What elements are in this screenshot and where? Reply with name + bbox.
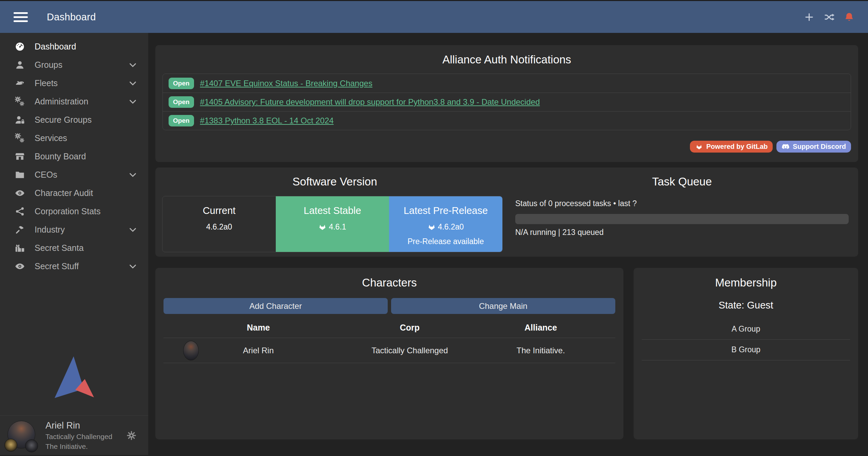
chevron-down-icon xyxy=(128,170,137,179)
list-item: Open #1407 EVE Equinox Status - Breaking… xyxy=(163,74,851,93)
sidebar-item-label: Corporation Stats xyxy=(35,206,137,216)
notification-link[interactable]: #1405 Advisory: Future development will … xyxy=(200,97,540,107)
column-header-alliance: Alliance xyxy=(466,323,615,333)
character-corp: Tactically Challenged xyxy=(353,346,466,355)
notification-link[interactable]: #1383 Python 3.8 EOL - 14 Oct 2024 xyxy=(200,116,334,125)
sidebar-item-secure-groups[interactable]: Secure Groups xyxy=(0,111,148,129)
corp-logo xyxy=(4,439,17,452)
sidebar-item-secret-santa[interactable]: Secret Santa xyxy=(0,239,148,257)
status-badge: Open xyxy=(169,96,194,108)
change-main-button[interactable]: Change Main xyxy=(391,298,615,314)
task-queue-counts: N/A running | 213 queued xyxy=(515,228,849,237)
sidebar-item-fleets[interactable]: Fleets xyxy=(0,74,148,92)
sidebar-item-industry[interactable]: Industry xyxy=(0,220,148,239)
version-cell-label: Latest Pre-Release xyxy=(389,205,502,216)
version-current-cell: Current 4.6.2a0 xyxy=(162,196,276,252)
sidebar-item-secret-stuff[interactable]: Secret Stuff xyxy=(0,257,148,275)
status-badge: Open xyxy=(169,78,194,89)
character-alliance: The Initiative. xyxy=(466,346,615,355)
sidebar-item-label: Administration xyxy=(35,97,128,106)
main-content: Alliance Auth Notifications Open #1407 E… xyxy=(148,33,868,455)
version-cell-label: Latest Stable xyxy=(276,205,389,216)
column-header-name: Name xyxy=(163,323,353,333)
sidebar-item-ceos[interactable]: CEOs xyxy=(0,165,148,184)
user-alliance: The Initiative. xyxy=(45,442,126,451)
sidebar-item-label: Industry xyxy=(35,225,128,235)
column-header-corp: Corp xyxy=(353,323,466,333)
notification-link[interactable]: #1407 EVE Equinox Status - Breaking Chan… xyxy=(200,79,372,88)
gears-icon xyxy=(14,96,26,106)
task-queue-title: Task Queue xyxy=(515,175,849,188)
notifications-panel: Alliance Auth Notifications Open #1407 E… xyxy=(155,45,858,162)
version-cell-label: Current xyxy=(162,205,276,216)
alliance-auth-logo xyxy=(55,356,94,400)
gitlab-badge[interactable]: Powered by GitLab xyxy=(690,141,773,153)
sidebar-toggle-button[interactable] xyxy=(14,12,28,22)
sidebar-item-services[interactable]: Services xyxy=(0,129,148,147)
hammer-icon xyxy=(14,224,26,235)
sidebar-item-label: Secure Groups xyxy=(35,115,137,125)
notifications-title: Alliance Auth Notifications xyxy=(162,53,851,66)
gitlab-icon xyxy=(428,223,436,231)
share-icon xyxy=(14,206,26,216)
eye-icon xyxy=(14,188,26,198)
list-item: A Group xyxy=(642,319,850,340)
sidebar-item-label: Fleets xyxy=(35,78,128,88)
eye-icon xyxy=(14,261,26,271)
version-number: 4.6.2a0 xyxy=(438,222,464,232)
sidebar-item-label: Services xyxy=(35,133,137,143)
version-prerelease-cell: Latest Pre-Release 4.6.2a0 Pre-Release a… xyxy=(389,196,502,252)
shuffle-icon[interactable] xyxy=(824,12,834,22)
user-lock-icon xyxy=(14,115,26,125)
membership-group-list: A Group B Group xyxy=(642,319,850,360)
top-navbar: Dashboard xyxy=(0,0,868,33)
version-number: 4.6.2a0 xyxy=(206,222,232,232)
status-badge: Open xyxy=(169,115,194,126)
sidebar-item-label: Groups xyxy=(35,60,128,70)
sidebar-item-label: Dashboard xyxy=(35,42,137,52)
sidebar-item-dashboard[interactable]: Dashboard xyxy=(0,37,148,56)
characters-table-header: Name Corp Alliance xyxy=(163,318,615,338)
version-table: Current 4.6.2a0 Latest Stable 4.6.1 Late… xyxy=(162,196,503,252)
membership-title: Membership xyxy=(642,276,850,289)
gauge-icon xyxy=(14,41,26,52)
chevron-down-icon xyxy=(128,60,137,70)
user-panel: Ariel Rin Tactically Challenged The Init… xyxy=(0,415,148,455)
alliance-logo xyxy=(25,439,38,452)
prerelease-note: Pre-Release available xyxy=(389,237,502,246)
membership-state: State: Guest xyxy=(642,300,850,311)
sidebar: Dashboard Groups Fleets Ad xyxy=(0,33,148,455)
sidebar-item-label: Bounty Board xyxy=(35,152,137,161)
task-queue-progressbar xyxy=(515,214,849,224)
sidebar-item-label: Secret Santa xyxy=(35,243,137,253)
list-item: B Group xyxy=(642,340,850,360)
bell-icon[interactable] xyxy=(844,12,854,22)
membership-panel: Membership State: Guest A Group B Group xyxy=(634,268,858,439)
version-number: 4.6.1 xyxy=(329,222,346,232)
gitlab-badge-label: Powered by GitLab xyxy=(706,143,768,151)
characters-table: Name Corp Alliance Ariel Rin Tactically … xyxy=(163,318,615,363)
character-name: Ariel Rin xyxy=(243,346,274,355)
discord-badge[interactable]: Support Discord xyxy=(776,141,851,153)
characters-title: Characters xyxy=(163,276,615,289)
add-character-button[interactable]: Add Character xyxy=(163,298,388,314)
discord-badge-label: Support Discord xyxy=(793,143,846,151)
sidebar-item-character-audit[interactable]: Character Audit xyxy=(0,184,148,202)
shuttle-icon xyxy=(14,78,26,88)
discord-icon xyxy=(782,143,790,150)
gear-icon[interactable] xyxy=(126,430,137,441)
software-version-title: Software Version xyxy=(162,175,507,188)
sidebar-item-bounty-board[interactable]: Bounty Board xyxy=(0,147,148,165)
chevron-down-icon xyxy=(128,262,137,271)
sidebar-item-corporation-stats[interactable]: Corporation Stats xyxy=(0,202,148,220)
list-item: Open #1383 Python 3.8 EOL - 14 Oct 2024 xyxy=(163,111,851,130)
sidebar-item-administration[interactable]: Administration xyxy=(0,92,148,111)
gifts-icon xyxy=(14,243,26,253)
user-avatar xyxy=(7,421,37,450)
chevron-down-icon xyxy=(128,97,137,106)
user-name: Ariel Rin xyxy=(45,420,126,431)
sidebar-item-groups[interactable]: Groups xyxy=(0,56,148,74)
plus-icon[interactable] xyxy=(804,12,814,22)
table-row: Ariel Rin Tactically Challenged The Init… xyxy=(163,338,615,363)
list-item: Open #1405 Advisory: Future development … xyxy=(163,93,851,111)
